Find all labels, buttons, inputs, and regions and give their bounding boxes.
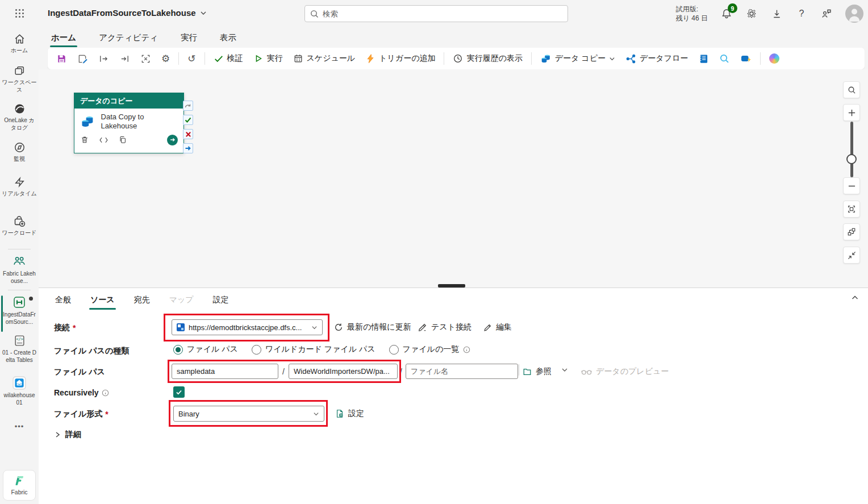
tab-home[interactable]: ホーム [50,30,77,45]
file-format-dropdown[interactable]: Binary [173,406,324,422]
refresh-connection-button[interactable]: 最新の情報に更新 [334,322,411,332]
tab-activities[interactable]: アクティビティ [98,30,159,45]
pipeline-settings-button[interactable]: ⚙ [157,50,174,67]
output-port-button[interactable] [115,50,134,67]
container-input[interactable] [172,364,278,379]
pipeline-title[interactable]: IngestDataFromSourceToLakehouse [48,8,207,18]
sidebar-item-workspaces[interactable]: ワークスペース [0,65,39,93]
edit-pencil-icon [483,323,492,332]
collapse-panel-button[interactable] [851,294,859,302]
tab-source[interactable]: ソース [89,291,116,309]
tab-destination[interactable]: 宛先 [133,291,151,309]
radio-file-list[interactable]: ファイルの一覧 [389,344,471,355]
select-region-button[interactable] [136,50,155,67]
notification-badge: 9 [728,3,737,13]
file-format-label: ファイル形式* [54,409,108,419]
advanced-expander[interactable]: 詳細 [54,430,81,440]
notifications-button[interactable]: 9 [720,7,733,20]
settings-button[interactable] [745,7,758,20]
sidebar-item-lakehouse[interactable]: wilakehouse 01 [0,376,39,406]
port-success[interactable] [183,115,193,125]
auto-layout-button[interactable] [843,223,860,240]
radio-wildcard-path[interactable]: ワイルドカード ファイル パス [252,344,375,355]
save-button[interactable] [52,50,71,67]
port-fail[interactable] [183,129,193,139]
preview-data-button: データのプレビュー [581,366,669,377]
connection-dropdown[interactable]: https://demodtbrickstaccjpe.dfs.c... [172,319,323,335]
sidebar-item-notebook[interactable]: </> 01 - Create Delta Tables [0,334,39,364]
sidebar-item-realtime[interactable]: リアルタイム [0,176,39,198]
test-connection-button[interactable]: テスト接続 [418,322,471,332]
sidebar-divider [8,249,31,249]
activity-go-button[interactable] [167,135,178,145]
input-port-button[interactable] [94,50,113,67]
collapse-canvas-button[interactable] [843,247,860,264]
delete-activity-icon[interactable] [80,135,89,144]
collapse-arrows-icon [848,251,856,260]
undo-button[interactable]: ↺ [183,50,199,67]
divider [519,364,519,376]
add-trigger-button[interactable]: トリガーの追加 [361,50,439,67]
schedule-button[interactable]: スケジュール [289,50,360,67]
zoom-slider-track[interactable] [850,122,853,177]
port-completion[interactable] [183,143,193,153]
run-button[interactable]: 実行 [249,50,287,67]
tab-run[interactable]: 実行 [180,30,198,45]
edit-connection-button[interactable]: 編集 [483,322,512,332]
tab-general[interactable]: 全般 [54,291,72,309]
sidebar-item-pipeline-selected[interactable]: IngestDataFromSourc... [0,295,39,326]
validate-button[interactable]: 検証 [210,50,247,67]
search-input[interactable] [323,10,562,18]
check-icon [185,116,191,123]
canvas-search-button[interactable] [843,81,860,98]
save-as-button[interactable] [73,50,92,67]
dataflow-icon [625,53,636,64]
recursively-checkbox[interactable] [173,386,185,398]
help-button[interactable]: ? [795,7,808,20]
tab-settings[interactable]: 設定 [212,291,230,309]
run-history-button[interactable]: 実行履歴の表示 [449,50,526,67]
sidebar-item-onelake-catalog[interactable]: OneLake カタログ [0,103,39,131]
download-button[interactable] [770,7,783,20]
sidebar-item-monitor[interactable]: 監視 [0,141,39,163]
notebook-button[interactable] [694,50,713,67]
toolbar-divider [760,52,761,65]
trial-status: 試用版: 残り 46 日 [676,5,708,23]
sidebar-item-workspace-fabric-lakehouse[interactable]: Fabric Lakehouse... [0,255,39,285]
invoke-pipeline-button[interactable] [736,50,756,67]
x-icon [185,131,191,138]
zoom-out-button[interactable] [843,177,860,194]
format-settings-button[interactable]: 設定 [335,409,364,419]
activity-ports [183,101,193,153]
account-avatar[interactable] [845,5,863,23]
copilot-button[interactable] [765,50,783,67]
pipeline-canvas[interactable]: データのコピー Data Copy to Lakehouse [39,69,868,288]
view-code-icon[interactable] [99,136,108,144]
feedback-button[interactable] [820,7,833,20]
download-icon [771,9,782,19]
directory-input[interactable] [289,364,398,379]
zoom-to-fit-button[interactable] [843,201,860,218]
sidebar-item-home[interactable]: ホーム [0,33,39,55]
fabric-home-button[interactable]: Fabric [3,470,36,501]
glasses-icon [581,368,592,376]
sidebar-item-workloads[interactable]: ワークロード [0,215,39,237]
sidebar-item-label: 01 - Create Delta Tables [2,349,37,364]
browse-search-button[interactable] [715,50,734,67]
copy-activity-card[interactable]: データのコピー Data Copy to Lakehouse [74,93,184,153]
zoom-slider-handle[interactable] [846,154,857,164]
browse-options-chevron[interactable] [561,366,568,373]
tab-view[interactable]: 表示 [219,30,237,45]
clone-activity-icon[interactable] [118,135,127,144]
dataflow-button[interactable]: データフロー [621,50,692,67]
sidebar-more-button[interactable]: ••• [0,422,39,431]
browse-button[interactable]: 参照 [523,366,552,377]
copy-data-button[interactable]: データ コピー [536,50,619,67]
zoom-in-button[interactable] [843,104,860,121]
toolbar-divider [444,52,444,65]
filename-input[interactable] [406,364,518,379]
app-launcher-icon[interactable] [15,9,24,18]
radio-file-path[interactable]: ファイル パス [173,344,238,355]
global-search[interactable] [304,5,568,22]
port-skipped[interactable] [183,101,193,111]
